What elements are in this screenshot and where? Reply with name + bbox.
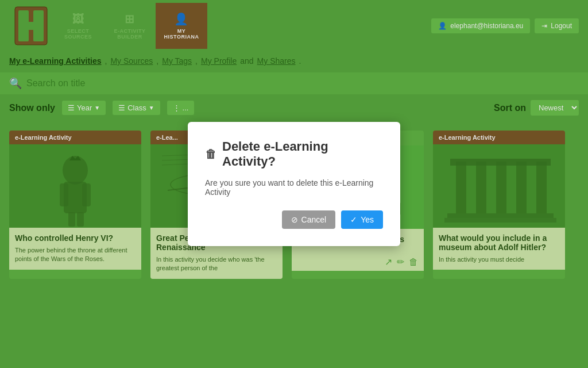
modal-buttons: ⊘ Cancel ✓ Yes	[205, 210, 383, 229]
modal-cancel-button[interactable]: ⊘ Cancel	[282, 210, 336, 229]
delete-modal: 🗑 Delete e-Learning Activity? Are you su…	[188, 122, 400, 246]
modal-overlay: 🗑 Delete e-Learning Activity? Are you su…	[0, 0, 588, 368]
cancel-icon: ⊘	[291, 215, 298, 224]
modal-yes-button[interactable]: ✓ Yes	[341, 210, 383, 229]
yes-checkmark-icon: ✓	[350, 215, 357, 224]
modal-trash-icon: 🗑	[205, 148, 216, 161]
modal-body: Are you sure you want to delete this e-L…	[205, 178, 383, 197]
modal-title: 🗑 Delete e-Learning Activity?	[205, 139, 383, 169]
